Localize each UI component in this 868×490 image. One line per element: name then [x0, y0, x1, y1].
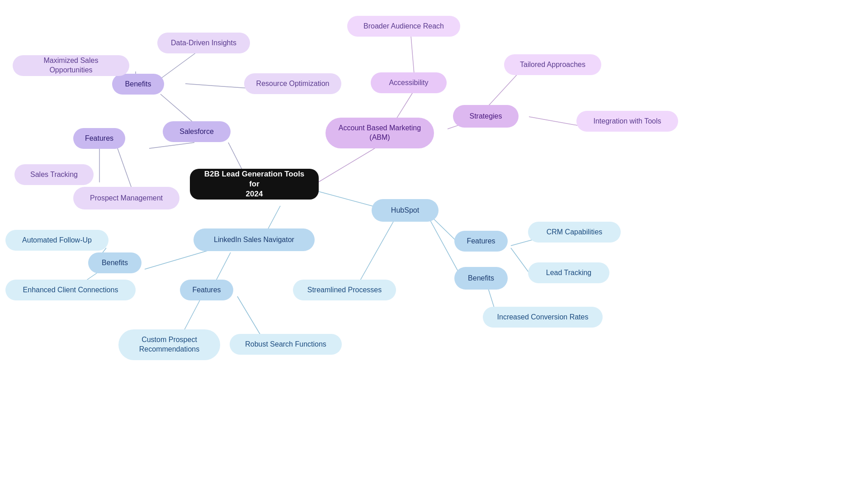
hs-benefits-node: Benefits [454, 267, 508, 290]
hs-crm-label: CRM Capabilities [547, 228, 603, 237]
sf-benefits-label: Benefits [125, 80, 151, 89]
svg-line-8 [185, 84, 249, 88]
hs-lead-node: Lead Tracking [528, 262, 609, 283]
st-tailored-label: Tailored Approaches [520, 60, 585, 70]
linkedin-label: LinkedIn Sales Navigator [214, 235, 294, 245]
abm-label: Account Based Marketing (ABM) [339, 124, 421, 143]
center-label: B2B Lead Generation Tools for 2024 [200, 169, 309, 199]
hs-conversion-node: Increased Conversion Rates [483, 307, 603, 328]
li-followup-node: Automated Follow-Up [5, 230, 108, 251]
hs-benefits-label: Benefits [468, 274, 494, 283]
salesforce-label: Salesforce [179, 127, 214, 137]
sf-sales-tracking-node: Sales Tracking [14, 164, 94, 185]
linkedin-node: LinkedIn Sales Navigator [193, 228, 315, 251]
hs-features-node: Features [454, 231, 508, 252]
li-followup-label: Automated Follow-Up [22, 236, 92, 245]
sf-max-sales-node: Maximized Sales Opportunities [13, 55, 129, 76]
hs-lead-label: Lead Tracking [546, 268, 592, 278]
sf-prospect-mgmt-label: Prospect Management [90, 194, 163, 203]
hs-streamlined-label: Streamlined Processes [307, 285, 382, 295]
svg-line-18 [356, 222, 393, 287]
sf-data-insights-label: Data-Driven Insights [171, 38, 236, 48]
li-features-label: Features [192, 285, 221, 295]
hs-crm-node: CRM Capabilities [528, 222, 621, 243]
hs-streamlined-node: Streamlined Processes [293, 280, 396, 300]
li-enhanced-node: Enhanced Client Connections [5, 280, 136, 300]
abm-accessibility-label: Accessibility [389, 78, 428, 88]
li-enhanced-label: Enhanced Client Connections [23, 285, 118, 295]
sf-benefits-node: Benefits [112, 74, 164, 95]
li-custom-node: Custom Prospect Recommendations [118, 329, 220, 360]
sf-features-label: Features [85, 134, 113, 143]
abm-broader-node: Broader Audience Reach [347, 16, 460, 37]
sf-sales-tracking-label: Sales Tracking [30, 170, 78, 180]
abm-accessibility-node: Accessibility [371, 72, 447, 93]
li-benefits-node: Benefits [88, 252, 142, 273]
st-integration-node: Integration with Tools [576, 111, 678, 132]
hubspot-label: HubSpot [391, 206, 419, 215]
abm-node: Account Based Marketing (ABM) [326, 118, 434, 148]
sf-max-sales-label: Maximized Sales Opportunities [23, 56, 119, 75]
strategies-label: Strategies [469, 112, 502, 121]
svg-line-12 [410, 31, 415, 79]
li-robust-label: Robust Search Functions [245, 340, 326, 349]
hs-conversion-label: Increased Conversion Rates [497, 313, 589, 322]
sf-resource-opt-node: Resource Optimization [244, 73, 341, 94]
sf-data-insights-node: Data-Driven Insights [157, 33, 250, 53]
st-integration-label: Integration with Tools [593, 117, 661, 126]
li-robust-node: Robust Search Functions [230, 334, 342, 355]
salesforce-node: Salesforce [163, 121, 231, 142]
sf-prospect-mgmt-node: Prospect Management [73, 187, 179, 209]
st-tailored-node: Tailored Approaches [504, 54, 601, 75]
svg-line-5 [149, 143, 194, 148]
abm-broader-label: Broader Audience Reach [363, 22, 444, 31]
center-node: B2B Lead Generation Tools for 2024 [190, 169, 319, 200]
sf-features-node: Features [73, 128, 125, 149]
li-custom-label: Custom Prospect Recommendations [139, 335, 199, 354]
li-features-node: Features [180, 280, 233, 300]
sf-resource-opt-label: Resource Optimization [256, 79, 330, 89]
li-benefits-label: Benefits [102, 258, 128, 268]
strategies-node: Strategies [453, 105, 519, 128]
hs-features-label: Features [467, 237, 495, 246]
hubspot-node: HubSpot [372, 199, 439, 222]
